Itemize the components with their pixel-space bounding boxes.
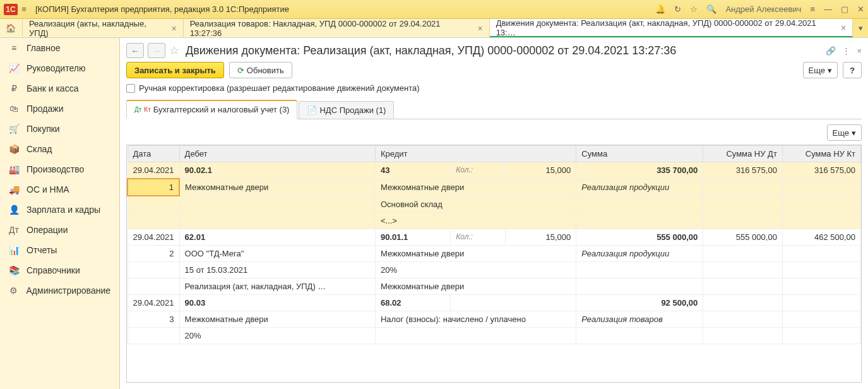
table-row[interactable]: 1Межкомнатные двериМежкомнатные двериРеа… [128, 179, 861, 196]
sidebar-item[interactable]: ДтОперации [0, 220, 119, 240]
minimize-icon[interactable]: — [824, 4, 832, 14]
back-button[interactable]: ← [126, 43, 144, 58]
tabs-dropdown[interactable]: ▾ [853, 19, 868, 37]
maximize-icon[interactable]: ▢ [841, 4, 848, 14]
tab-close-icon[interactable]: × [841, 23, 846, 33]
close-icon[interactable]: ✕ [857, 4, 864, 14]
more-button[interactable]: Еще ▾ [803, 62, 838, 78]
sidebar-label: Администрирование [27, 285, 111, 296]
sidebar-item[interactable]: 🛍Продажи [0, 99, 119, 119]
table-row[interactable]: 29.04.202190.0368.0292 500,00 [128, 294, 861, 311]
page-content: ← → ☆ Движения документа: Реализация (ак… [120, 38, 868, 389]
cell-credit-acct: 90.01.1 [375, 229, 450, 245]
cell: Межкомнатные двери [375, 179, 576, 196]
sidebar-item[interactable]: 📈Руководителю [0, 58, 119, 78]
cell [179, 196, 375, 212]
col-credit[interactable]: Кредит [375, 146, 576, 162]
table-row[interactable]: 3Межкомнатные двериНалог (взносы): начис… [128, 311, 861, 327]
sidebar-label: Покупки [27, 124, 60, 134]
sidebar-label: Банк и касса [27, 83, 78, 93]
tab-label: НДС Продажи (1) [319, 105, 386, 115]
cell [128, 212, 179, 229]
cell [782, 212, 860, 229]
main-menu-icon[interactable]: ≡ [18, 4, 30, 14]
sidebar-label: Отчеты [27, 245, 57, 255]
table-row[interactable]: 20% [128, 327, 861, 344]
cell: Налог (взносы): начислено / уплачено [375, 311, 576, 327]
tab-accounting[interactable]: ДтКт Бухгалтерский и налоговый учет (3) [126, 100, 297, 119]
refresh-button[interactable]: ⟳ Обновить [229, 62, 292, 78]
sidebar-label: Справочники [27, 265, 80, 275]
search-icon[interactable]: 🔍 [706, 4, 716, 14]
cell-sum-desc: Реализация товаров [576, 311, 703, 327]
sidebar-icon: ≡ [9, 43, 19, 53]
sidebar-item[interactable]: 📦Склад [0, 139, 119, 159]
window-tab[interactable]: Движения документа: Реализация (акт, нак… [490, 19, 853, 37]
home-button[interactable]: 🏠 [0, 19, 23, 37]
col-nu-kt[interactable]: Сумма НУ Кт [782, 146, 860, 162]
sidebar-icon: 🏭 [9, 164, 19, 174]
page-close-icon[interactable]: × [857, 46, 862, 56]
manual-edit-checkbox[interactable] [126, 84, 135, 93]
sidebar-item[interactable]: 🏭Производство [0, 159, 119, 179]
content-tabs: ДтКт Бухгалтерский и налоговый учет (3) … [126, 99, 862, 119]
table-more-button[interactable]: Еще ▾ [827, 124, 862, 141]
cell [703, 245, 783, 261]
table-row[interactable]: Основной склад [128, 196, 861, 212]
forward-button[interactable]: → [148, 43, 165, 58]
user-name[interactable]: Андрей Алексеевич [725, 4, 801, 14]
bell-icon[interactable]: 🔔 [655, 4, 665, 14]
table-row[interactable]: Реализация (акт, накладная, УПД) …Межком… [128, 278, 861, 294]
settings-icon[interactable]: ≡ [810, 4, 815, 14]
entries-table[interactable]: Дата Дебет Кредит Сумма Сумма НУ Дт Сумм… [126, 145, 862, 383]
favorite-star-icon[interactable]: ☆ [169, 44, 179, 57]
window-tab[interactable]: Реализация (акты, накладные, УПД) × [23, 19, 184, 37]
table-row[interactable]: 29.04.202162.0190.01.1Кол.:15,000555 000… [128, 229, 861, 245]
cell-nu-dt: 316 575,00 [703, 162, 783, 179]
col-nu-dt[interactable]: Сумма НУ Дт [703, 146, 783, 162]
star-icon[interactable]: ☆ [690, 4, 698, 14]
cell [782, 261, 860, 278]
tab-label: Реализация товаров: Накладная, УПД 0000-… [190, 19, 474, 38]
table-row[interactable]: 29.04.202190.02.143Кол.:15,000335 700,00… [128, 162, 861, 179]
tab-close-icon[interactable]: × [171, 23, 176, 33]
sidebar-item[interactable]: ₽Банк и касса [0, 78, 119, 99]
more-label: Еще [809, 66, 825, 75]
col-date[interactable]: Дата [128, 146, 179, 162]
manual-edit-label: Ручная корректировка (разрешает редактир… [139, 83, 420, 93]
cell-nu-kt: 316 575,00 [782, 162, 860, 179]
sidebar-icon: 📊 [9, 245, 19, 255]
toolbar: Записать и закрыть ⟳ Обновить Еще ▾ ? [126, 62, 862, 78]
more-menu-icon[interactable]: ⋮ [842, 46, 850, 56]
sidebar-icon: 👤 [9, 205, 19, 215]
cell [703, 212, 783, 229]
table-row[interactable]: 2ООО "ТД-Мега"Межкомнатные двериРеализац… [128, 245, 861, 261]
col-debit[interactable]: Дебет [179, 146, 375, 162]
sidebar-item[interactable]: ≡Главное [0, 38, 119, 58]
table-row[interactable]: <...> [128, 212, 861, 229]
cell: 20% [179, 327, 375, 344]
manual-edit-row: Ручная корректировка (разрешает редактир… [126, 83, 862, 93]
table-row[interactable]: 15 от 15.03.202120% [128, 261, 861, 278]
sidebar-item[interactable]: 📊Отчеты [0, 240, 119, 260]
sidebar-icon: 📦 [9, 144, 19, 154]
col-sum[interactable]: Сумма [576, 146, 703, 162]
cell [703, 327, 783, 344]
cell-nu-dt: 555 000,00 [703, 229, 783, 245]
sidebar-item[interactable]: 🚚ОС и НМА [0, 179, 119, 200]
tab-close-icon[interactable]: × [477, 23, 482, 33]
sidebar-item[interactable]: 📚Справочники [0, 260, 119, 280]
cell-rownum: 2 [128, 245, 179, 261]
sidebar-icon: ₽ [9, 83, 19, 93]
window-tab[interactable]: Реализация товаров: Накладная, УПД 0000-… [184, 19, 490, 37]
history-icon[interactable]: ↻ [674, 4, 681, 14]
cell [782, 278, 860, 294]
help-button[interactable]: ? [843, 62, 862, 78]
cell: Межкомнатные двери [179, 311, 375, 327]
sidebar-item[interactable]: 🛒Покупки [0, 119, 119, 139]
save-and-close-button[interactable]: Записать и закрыть [126, 62, 224, 78]
link-icon[interactable]: 🔗 [826, 46, 836, 56]
tab-vat-sales[interactable]: 📄 НДС Продажи (1) [299, 101, 394, 119]
sidebar-item[interactable]: ⚙Администрирование [0, 280, 119, 301]
sidebar-item[interactable]: 👤Зарплата и кадры [0, 200, 119, 220]
